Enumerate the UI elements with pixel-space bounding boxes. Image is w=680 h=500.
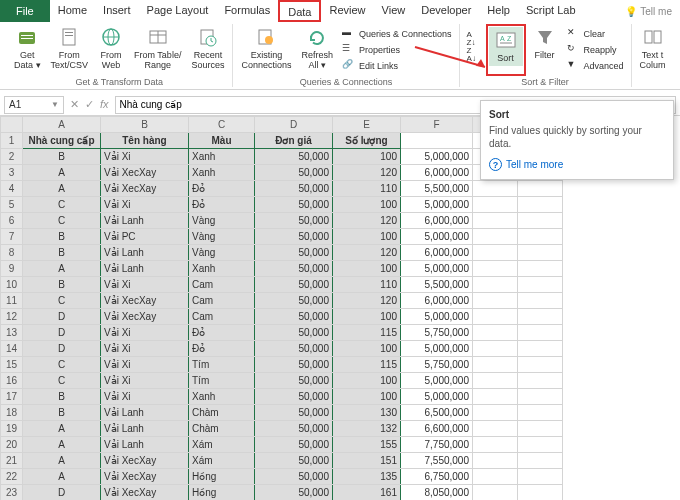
existing-connections-button[interactable]: Existing Connections — [237, 24, 295, 76]
cell[interactable]: Vải XecXay — [101, 453, 189, 469]
sort-za-button[interactable]: ZA↓ — [464, 46, 484, 62]
cell[interactable]: Vải Lanh — [101, 213, 189, 229]
cell[interactable]: A — [23, 469, 101, 485]
cell[interactable] — [518, 213, 563, 229]
queries-connections-button[interactable]: ▬Queries & Connections — [339, 26, 455, 42]
tab-view[interactable]: View — [374, 0, 414, 22]
cell[interactable]: B — [23, 389, 101, 405]
cell[interactable]: 50,000 — [255, 437, 333, 453]
cell[interactable]: A — [23, 181, 101, 197]
cell[interactable]: Chàm — [189, 421, 255, 437]
column-header[interactable]: F — [401, 117, 473, 133]
column-header[interactable]: C — [189, 117, 255, 133]
cell[interactable]: Vải Lanh — [101, 245, 189, 261]
cell[interactable]: 115 — [333, 325, 401, 341]
cell[interactable]: Vải XecXay — [101, 181, 189, 197]
cell[interactable]: 50,000 — [255, 325, 333, 341]
tell-me-more-link[interactable]: ?Tell me more — [489, 158, 665, 171]
cell[interactable] — [518, 325, 563, 341]
cell[interactable] — [473, 373, 518, 389]
cell[interactable] — [473, 261, 518, 277]
row-header[interactable]: 11 — [1, 293, 23, 309]
cell[interactable] — [518, 309, 563, 325]
cell[interactable]: 120 — [333, 245, 401, 261]
cell[interactable] — [401, 133, 473, 149]
cell[interactable]: 110 — [333, 181, 401, 197]
cell[interactable]: Vải XecXay — [101, 165, 189, 181]
cell[interactable] — [473, 245, 518, 261]
cell[interactable]: Tím — [189, 373, 255, 389]
cell[interactable]: 120 — [333, 213, 401, 229]
cell[interactable] — [473, 341, 518, 357]
cell[interactable]: D — [23, 309, 101, 325]
cell[interactable]: Vải Xi — [101, 373, 189, 389]
select-all-corner[interactable] — [1, 117, 23, 133]
fx-icon[interactable]: fx — [100, 98, 109, 111]
cell[interactable] — [473, 229, 518, 245]
cell[interactable]: Vải XecXay — [101, 309, 189, 325]
cell[interactable]: 5,500,000 — [401, 181, 473, 197]
tab-insert[interactable]: Insert — [95, 0, 139, 22]
cell[interactable]: Vải Xi — [101, 277, 189, 293]
file-tab[interactable]: File — [0, 0, 50, 22]
cell[interactable]: C — [23, 197, 101, 213]
cell[interactable]: Vải XecXay — [101, 469, 189, 485]
cancel-icon[interactable]: ✕ — [70, 98, 79, 111]
refresh-all-button[interactable]: Refresh All ▾ — [297, 24, 337, 76]
cell[interactable]: 6,750,000 — [401, 469, 473, 485]
cell[interactable]: 100 — [333, 261, 401, 277]
cell[interactable] — [473, 293, 518, 309]
cell[interactable]: Đỏ — [189, 341, 255, 357]
cell[interactable]: 161 — [333, 485, 401, 501]
cell[interactable]: 120 — [333, 165, 401, 181]
cell[interactable]: 100 — [333, 389, 401, 405]
cell[interactable]: 7,750,000 — [401, 437, 473, 453]
cell[interactable] — [473, 469, 518, 485]
cell[interactable]: A — [23, 261, 101, 277]
tab-script-lab[interactable]: Script Lab — [518, 0, 584, 22]
cell[interactable]: 50,000 — [255, 309, 333, 325]
cell[interactable] — [518, 421, 563, 437]
cell[interactable]: 7,550,000 — [401, 453, 473, 469]
cell[interactable]: Vải Xi — [101, 197, 189, 213]
cell[interactable]: 100 — [333, 197, 401, 213]
tab-help[interactable]: Help — [479, 0, 518, 22]
cell[interactable]: 100 — [333, 229, 401, 245]
cell[interactable]: Xanh — [189, 165, 255, 181]
row-header[interactable]: 6 — [1, 213, 23, 229]
tell-me[interactable]: 💡Tell me — [617, 2, 680, 21]
text-to-columns-button[interactable]: Text t Colum — [636, 24, 670, 87]
cell[interactable]: D — [23, 341, 101, 357]
cell[interactable] — [473, 309, 518, 325]
cell[interactable]: 50,000 — [255, 245, 333, 261]
spreadsheet-grid[interactable]: ABCDEFGH 1Nhà cung cấpTên hàngMàuĐơn giá… — [0, 116, 563, 500]
table-header-cell[interactable]: Màu — [189, 133, 255, 149]
cell[interactable]: Hồng — [189, 485, 255, 501]
row-header[interactable]: 13 — [1, 325, 23, 341]
cell[interactable]: C — [23, 373, 101, 389]
cell[interactable] — [473, 421, 518, 437]
cell[interactable]: 50,000 — [255, 165, 333, 181]
cell[interactable]: 6,500,000 — [401, 405, 473, 421]
cell[interactable]: 6,000,000 — [401, 165, 473, 181]
table-header-cell[interactable]: Tên hàng — [101, 133, 189, 149]
cell[interactable] — [473, 197, 518, 213]
cell[interactable]: Vàng — [189, 245, 255, 261]
cell[interactable]: 115 — [333, 357, 401, 373]
cell[interactable]: 100 — [333, 373, 401, 389]
cell[interactable]: Vải Lanh — [101, 261, 189, 277]
advanced-button[interactable]: ▼Advanced — [564, 58, 627, 74]
cell[interactable]: 5,000,000 — [401, 229, 473, 245]
cell[interactable]: Vải XecXay — [101, 485, 189, 501]
cell[interactable]: 50,000 — [255, 357, 333, 373]
row-header[interactable]: 7 — [1, 229, 23, 245]
cell[interactable]: 50,000 — [255, 261, 333, 277]
cell[interactable]: Vải Lanh — [101, 421, 189, 437]
cell[interactable]: Xám — [189, 453, 255, 469]
cell[interactable]: 50,000 — [255, 181, 333, 197]
cell[interactable]: B — [23, 277, 101, 293]
cell[interactable]: 8,050,000 — [401, 485, 473, 501]
cell[interactable]: 120 — [333, 293, 401, 309]
cell[interactable]: 5,750,000 — [401, 357, 473, 373]
cell[interactable]: B — [23, 149, 101, 165]
